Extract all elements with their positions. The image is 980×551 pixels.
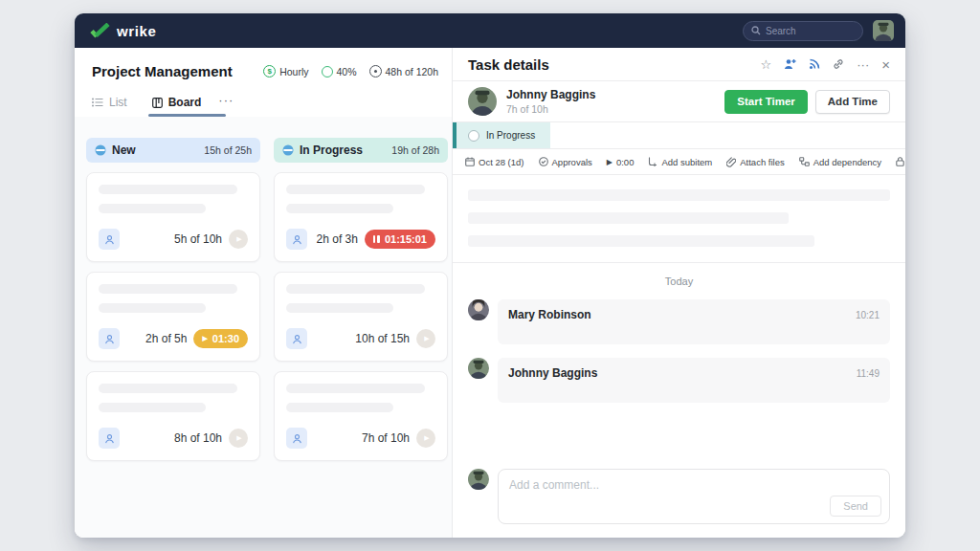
task-card[interactable]: 8h of 10h ▶ <box>86 371 260 461</box>
title-skeleton <box>286 384 425 393</box>
column-new: New 15h of 25h 5h of <box>86 138 260 538</box>
assignee-placeholder-icon[interactable] <box>286 229 307 250</box>
assignee-placeholder-icon[interactable] <box>286 328 307 349</box>
close-icon[interactable]: × <box>881 57 890 72</box>
due-date-button[interactable]: Oct 28 (1d) <box>465 157 524 167</box>
permalink-icon[interactable] <box>833 58 844 70</box>
search-box[interactable] <box>743 21 863 41</box>
progress-ring-icon <box>322 66 333 77</box>
tab-board[interactable]: Board <box>152 96 202 117</box>
add-subitem-button[interactable]: Add subitem <box>648 157 712 167</box>
status-selector[interactable]: In Progress <box>457 122 550 148</box>
calendar-icon <box>465 157 475 166</box>
title-skeleton <box>99 185 237 194</box>
subtitle-skeleton <box>99 204 206 213</box>
add-assignee-icon[interactable] <box>784 58 796 70</box>
subtitle-skeleton <box>286 204 393 213</box>
comment-author-name[interactable]: Mary Robinson <box>508 308 591 321</box>
star-icon[interactable]: ☆ <box>761 58 772 71</box>
assignee-placeholder-icon[interactable] <box>99 328 120 349</box>
approvals-label: Approvals <box>552 157 592 167</box>
add-dependency-button[interactable]: Add dependency <box>799 157 881 167</box>
comment-input-box[interactable]: Send <box>498 469 890 524</box>
board-icon <box>152 98 163 108</box>
column-new-header[interactable]: New 15h of 25h <box>86 138 260 163</box>
tab-list-label: List <box>109 96 127 109</box>
start-timer-icon[interactable]: ▶ <box>416 429 435 448</box>
progress-label: 40% <box>337 66 357 77</box>
card-time-label: 5h of 10h <box>174 232 222 246</box>
task-card[interactable]: 7h of 10h ▶ <box>274 371 448 461</box>
send-button[interactable]: Send <box>830 496 881 517</box>
more-options-icon[interactable]: ··· <box>857 58 869 71</box>
subtitle-skeleton <box>286 403 393 412</box>
time-tracked-indicator[interactable]: 48h of 120h <box>369 65 438 77</box>
approvals-button[interactable]: Approvals <box>539 157 592 167</box>
follow-updates-icon[interactable] <box>809 58 820 70</box>
column-hours: 15h of 25h <box>204 144 252 156</box>
task-details-panel: Task details ☆ ··· × <box>452 48 905 538</box>
assignee-placeholder-icon[interactable] <box>99 229 120 250</box>
attach-files-button[interactable]: Attach files <box>726 157 784 167</box>
card-time-label: 2h of 3h <box>317 232 358 246</box>
share-button[interactable]: Share <box>896 157 905 167</box>
task-card[interactable]: 2h of 5h ▶ 01:30 <box>86 272 260 362</box>
billing-indicator[interactable]: $ Hourly <box>263 65 308 77</box>
start-timer-icon[interactable]: ▶ <box>229 429 248 448</box>
share-lock-icon <box>896 157 904 166</box>
approvals-icon <box>539 157 548 166</box>
assignee-placeholder-icon[interactable] <box>99 428 120 449</box>
timer-running-badge[interactable]: ▶ 01:30 <box>193 329 248 348</box>
timer-value: 01:15:01 <box>385 233 427 245</box>
list-icon <box>92 98 103 107</box>
task-card[interactable]: 2h of 3h 01:15:01 <box>274 172 448 262</box>
timer-icon <box>369 65 382 77</box>
tracked-time-label: 0:00 <box>616 157 635 167</box>
assignee-placeholder-icon[interactable] <box>286 428 307 449</box>
attach-files-label: Attach files <box>740 157 784 167</box>
comment-timestamp: 11:49 <box>857 368 880 379</box>
play-glyph: ▶ <box>424 434 429 442</box>
task-card[interactable]: 5h of 10h ▶ <box>86 172 260 262</box>
status-label: In Progress <box>486 130 535 141</box>
card-time-label: 8h of 10h <box>174 431 222 445</box>
assignee-name[interactable]: Johnny Baggins <box>506 88 595 101</box>
time-tracker-button[interactable]: ▶ 0:00 <box>607 157 635 167</box>
start-timer-button[interactable]: Start Timer <box>724 90 808 114</box>
comment-author-avatar[interactable] <box>468 358 489 379</box>
comment-author-avatar[interactable] <box>468 299 489 320</box>
subtitle-skeleton <box>286 303 393 313</box>
progress-indicator[interactable]: 40% <box>322 66 357 77</box>
time-tracked-label: 48h of 120h <box>386 66 438 77</box>
column-in-progress: In Progress 19h of 28h <box>274 138 448 538</box>
task-description[interactable] <box>453 175 905 263</box>
wrike-logo[interactable]: wrike <box>90 23 156 39</box>
column-hours: 19h of 28h <box>391 144 439 156</box>
comment-bubble[interactable]: Johnny Baggins 11:49 <box>498 358 890 403</box>
timer-paused-badge[interactable]: 01:15:01 <box>365 230 435 249</box>
tab-list[interactable]: List <box>92 96 127 117</box>
column-in-progress-header[interactable]: In Progress 19h of 28h <box>274 138 448 163</box>
add-time-button[interactable]: Add Time <box>815 90 890 114</box>
assignee-avatar[interactable] <box>468 87 497 116</box>
task-details-title: Task details <box>468 56 549 73</box>
subtitle-skeleton <box>99 303 206 313</box>
search-input[interactable] <box>766 26 842 36</box>
top-navbar: wrike <box>75 13 905 48</box>
comment-bubble[interactable]: Mary Robinson 10:21 <box>498 299 890 344</box>
user-avatar[interactable] <box>873 20 894 41</box>
project-panel: Project Management $ Hourly 40% 48h of 1… <box>75 48 452 538</box>
column-name: In Progress <box>300 143 363 157</box>
start-timer-icon[interactable]: ▶ <box>229 230 248 249</box>
play-glyph: ▶ <box>424 335 429 342</box>
start-timer-icon[interactable]: ▶ <box>416 329 435 348</box>
comment-item: Johnny Baggins 11:49 <box>453 354 905 412</box>
wrike-logo-text: wrike <box>117 23 156 39</box>
comment-author-name[interactable]: Johnny Baggins <box>508 366 597 380</box>
play-icon: ▶ <box>202 335 207 342</box>
current-user-avatar <box>468 469 489 490</box>
due-date-label: Oct 28 (1d) <box>479 157 524 167</box>
task-card[interactable]: 10h of 15h ▶ <box>274 272 448 362</box>
status-in-progress-icon <box>282 144 294 156</box>
card-time-label: 10h of 15h <box>355 332 410 345</box>
